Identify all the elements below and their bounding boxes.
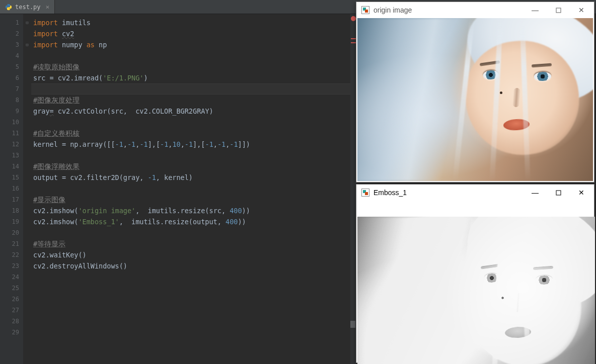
code-line[interactable] — [33, 305, 356, 316]
fold-toggle — [23, 205, 31, 216]
fold-toggle — [23, 95, 31, 106]
code-line[interactable]: import numpy as np — [33, 39, 356, 50]
line-number: 4 — [0, 50, 19, 61]
fold-toggle[interactable]: ⊟ — [23, 17, 31, 28]
fold-toggle — [23, 50, 31, 61]
code-line[interactable] — [33, 50, 356, 61]
line-number: 6 — [0, 72, 19, 83]
code-line[interactable] — [33, 283, 356, 294]
fold-toggle — [23, 238, 31, 249]
code-area[interactable]: import imutilsimport cv2import numpy as … — [31, 14, 356, 364]
code-line[interactable]: import imutils — [33, 17, 356, 28]
line-number: 11 — [0, 128, 19, 139]
file-tab[interactable]: test.py × — [0, 0, 55, 14]
line-number: 2 — [0, 28, 19, 39]
fold-toggle — [23, 283, 31, 294]
code-line[interactable] — [33, 150, 356, 161]
line-number: 27 — [0, 305, 19, 316]
origin-image-content — [357, 18, 593, 181]
code-line[interactable]: #自定义卷积核 — [33, 128, 356, 139]
code-line[interactable]: import cv2 — [33, 28, 356, 39]
fold-toggle — [23, 327, 31, 338]
fold-column: ⊟⊟ — [23, 14, 31, 364]
code-line[interactable] — [33, 83, 356, 95]
maximize-icon — [556, 8, 561, 13]
fold-toggle[interactable]: ⊟ — [23, 39, 31, 50]
line-number-gutter: 1234567891011121314151617181920212223242… — [0, 14, 23, 364]
close-button[interactable]: ✕ — [570, 2, 593, 18]
fold-toggle — [23, 294, 31, 305]
code-line[interactable]: #等待显示 — [33, 238, 356, 249]
minimize-button[interactable]: — — [524, 2, 547, 18]
line-number: 7 — [0, 83, 19, 95]
titlebar[interactable]: origin image — ✕ — [356, 2, 594, 18]
svg-rect-0 — [556, 8, 561, 13]
fold-toggle — [23, 83, 31, 95]
code-line[interactable]: #图像浮雕效果 — [33, 161, 356, 172]
tab-close-icon[interactable]: × — [46, 3, 50, 11]
code-line[interactable]: cv2.destroyAllWindows() — [33, 260, 356, 271]
line-number: 17 — [0, 194, 19, 205]
image-canvas — [357, 18, 593, 181]
code-line[interactable]: gray= cv2.cvtColor(src, cv2.COLOR_BGR2GR… — [33, 106, 356, 117]
code-line[interactable]: cv2.imshow('Emboss_1', imutils.resize(ou… — [33, 216, 356, 227]
line-number: 1 — [0, 17, 19, 28]
opencv-app-icon — [361, 189, 369, 197]
fold-toggle — [23, 72, 31, 83]
window-emboss: Emboss_1 — ✕ https://blog.csdn.net/IT_ch… — [356, 184, 594, 363]
fold-toggle — [23, 28, 31, 39]
line-number: 16 — [0, 183, 19, 194]
line-number: 24 — [0, 271, 19, 283]
fold-toggle — [23, 271, 31, 283]
maximize-button[interactable] — [547, 2, 570, 18]
fold-toggle — [23, 106, 31, 117]
line-number: 9 — [0, 106, 19, 117]
fold-toggle — [23, 139, 31, 150]
code-line[interactable]: kernel = np.array([[-1,-1,-1],[-1,10,-1]… — [33, 139, 356, 150]
code-line[interactable]: cv2.waitKey() — [33, 249, 356, 260]
code-line[interactable]: cv2.imshow('origin image', imutils.resiz… — [33, 205, 356, 216]
minimize-button[interactable]: — — [524, 185, 547, 201]
code-line[interactable]: src = cv2.imread('E:/1.PNG') — [33, 72, 356, 83]
python-file-icon — [5, 4, 12, 11]
close-button[interactable]: ✕ — [570, 185, 593, 201]
fold-toggle — [23, 305, 31, 316]
fold-toggle — [23, 150, 31, 161]
line-number: 29 — [0, 327, 19, 338]
titlebar[interactable]: Emboss_1 — ✕ — [356, 185, 594, 201]
window-title: Emboss_1 — [374, 189, 524, 197]
code-line[interactable] — [33, 327, 356, 338]
maximize-button[interactable] — [547, 185, 570, 201]
code-line[interactable] — [33, 117, 356, 128]
opencv-app-icon — [361, 6, 369, 14]
fold-toggle — [23, 260, 31, 271]
line-number: 25 — [0, 283, 19, 294]
code-line[interactable] — [33, 183, 356, 194]
tab-filename: test.py — [15, 4, 41, 11]
line-number: 15 — [0, 172, 19, 183]
fold-toggle — [23, 161, 31, 172]
code-line[interactable]: output = cv2.filter2D(gray, -1, kernel) — [33, 172, 356, 183]
line-number: 21 — [0, 238, 19, 249]
fold-toggle — [23, 61, 31, 72]
code-line[interactable]: #图像灰度处理 — [33, 95, 356, 106]
image-canvas: https://blog.csdn.net/IT_charge — [357, 217, 595, 364]
line-number: 28 — [0, 316, 19, 327]
line-number: 22 — [0, 249, 19, 260]
maximize-icon — [556, 190, 561, 196]
line-number: 13 — [0, 150, 19, 161]
window-title: origin image — [374, 6, 524, 14]
line-number: 18 — [0, 205, 19, 216]
code-line[interactable] — [33, 227, 356, 238]
window-origin-image: origin image — ✕ — [356, 2, 594, 183]
line-number: 14 — [0, 161, 19, 172]
fold-toggle — [23, 128, 31, 139]
code-line[interactable] — [33, 316, 356, 327]
line-number: 10 — [0, 117, 19, 128]
code-line[interactable]: #显示图像 — [33, 194, 356, 205]
fold-toggle — [23, 194, 31, 205]
code-editor[interactable]: 1234567891011121314151617181920212223242… — [0, 14, 356, 364]
code-line[interactable]: #读取原始图像 — [33, 61, 356, 72]
code-line[interactable] — [33, 294, 356, 305]
code-line[interactable] — [33, 271, 356, 283]
